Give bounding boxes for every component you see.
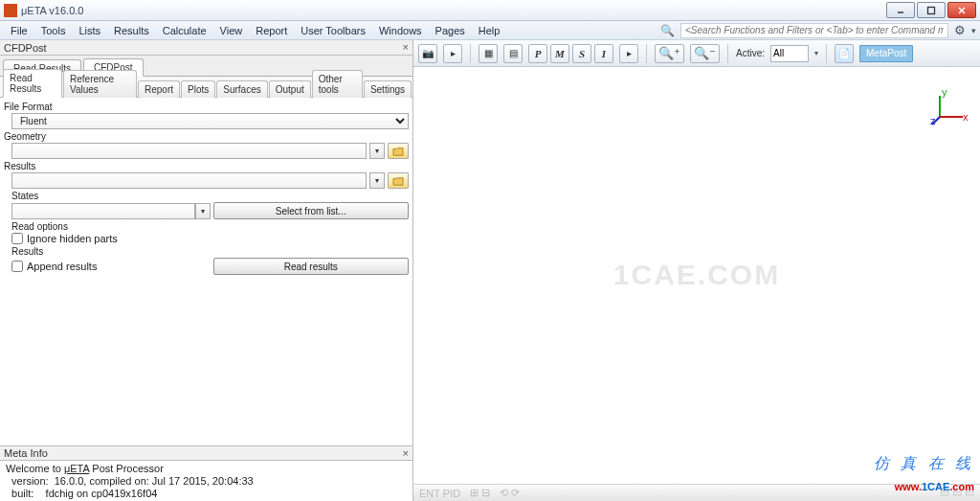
append-results-label: Append results	[27, 261, 97, 272]
menu-user-toolbars[interactable]: User Toolbars	[294, 23, 372, 38]
states-dropdown-icon[interactable]: ▾	[195, 203, 211, 219]
ignore-hidden-checkbox[interactable]	[11, 233, 23, 244]
sub-tabs: Read ResultsReference ValuesReportPlotsS…	[0, 77, 412, 98]
window-title: μETA v16.0.0	[21, 5, 83, 16]
geometry-browse-button[interactable]	[388, 143, 409, 159]
report-tool-button[interactable]: 📄	[835, 44, 854, 63]
minimize-button[interactable]	[886, 2, 915, 18]
menu-windows[interactable]: Windows	[372, 23, 429, 38]
viewport-toolbar: 📷 ▸ ▦ ▤ PMSI ▸ 🔍⁺ 🔍⁻ Active: ▾ 📄 MetaPos…	[413, 40, 980, 67]
camera-button[interactable]: 📷	[418, 44, 437, 63]
3d-viewport[interactable]: 1CAE.COM y x z ENT PID⊞ ⊟⟲ ⟳▭ ▭ ▭ 仿 真 在 …	[413, 67, 980, 501]
camera-play-button[interactable]: ▸	[443, 44, 462, 63]
zoom-in-button[interactable]: 🔍⁺	[655, 44, 684, 63]
tab-reference-values[interactable]: Reference Values	[63, 70, 137, 98]
menu-report[interactable]: Report	[249, 23, 294, 38]
label-geometry: Geometry	[4, 131, 409, 142]
search-icon: 🔍	[660, 24, 675, 37]
overlay-url: www.1CAE.com	[895, 478, 974, 493]
layout-grid-button[interactable]: ▦	[479, 44, 498, 63]
menu-view[interactable]: View	[213, 23, 250, 38]
menu-calculate[interactable]: Calculate	[156, 23, 213, 38]
label-states: States	[11, 191, 409, 201]
meta-info-body: Welcome to μETA Post Processor version: …	[0, 461, 412, 501]
toolbar-s-button[interactable]: S	[572, 44, 591, 63]
tab-surfaces[interactable]: Surfaces	[216, 80, 267, 98]
tab-plots[interactable]: Plots	[181, 80, 215, 98]
menu-help[interactable]: Help	[472, 23, 507, 38]
tab-other-tools[interactable]: Other tools	[312, 70, 363, 98]
panel-title: CFDPost	[4, 42, 47, 54]
toolbar-i-button[interactable]: I	[594, 44, 613, 63]
label-file-format: File Format	[4, 102, 409, 112]
panel-header: CFDPost ×	[0, 40, 412, 56]
active-label: Active:	[736, 48, 765, 58]
svg-text:z: z	[930, 115, 936, 126]
active-dropdown-icon[interactable]: ▾	[814, 49, 818, 57]
tab-output[interactable]: Output	[269, 80, 311, 98]
select-from-list-button[interactable]: Select from list...	[213, 202, 410, 219]
meta-info-title: Meta Info	[4, 447, 48, 459]
file-format-dropdown[interactable]: Fluent	[11, 113, 409, 129]
geometry-dropdown-icon[interactable]: ▾	[369, 143, 385, 159]
toolbar-m-button[interactable]: M	[550, 44, 569, 63]
axis-triad-icon: y x z	[930, 88, 969, 126]
menu-lists[interactable]: Lists	[72, 23, 107, 38]
tab-read-results[interactable]: Read Results	[3, 69, 62, 98]
maximize-button[interactable]	[917, 2, 946, 18]
results-browse-button[interactable]	[388, 172, 409, 189]
metapost-badge[interactable]: MetaPost	[859, 45, 913, 62]
settings-icon[interactable]: ⚙	[954, 23, 966, 37]
letters-play-button[interactable]: ▸	[619, 44, 638, 63]
svg-rect-1	[928, 7, 935, 13]
zoom-out-button[interactable]: 🔍⁻	[690, 44, 720, 63]
overlay-cn-text: 仿 真 在 线	[874, 454, 974, 474]
menu-pages[interactable]: Pages	[429, 23, 472, 38]
search-input[interactable]	[680, 23, 948, 38]
results-field[interactable]	[11, 172, 367, 189]
watermark-text: 1CAE.COM	[613, 259, 780, 291]
read-results-button[interactable]: Read results	[213, 258, 410, 275]
ignore-hidden-label: Ignore hidden parts	[27, 233, 118, 244]
results-dropdown-icon[interactable]: ▾	[369, 172, 385, 189]
settings-dropdown-icon[interactable]: ▾	[971, 26, 976, 35]
states-field[interactable]	[11, 203, 195, 219]
panel-close-icon[interactable]: ×	[403, 41, 409, 53]
toolbar-p-button[interactable]: P	[528, 44, 547, 63]
meta-info-header: Meta Info ×	[0, 445, 412, 461]
label-results-2: Results	[11, 246, 409, 257]
append-results-checkbox[interactable]	[11, 261, 23, 272]
menu-file[interactable]: File	[4, 23, 34, 38]
meta-close-icon[interactable]: ×	[403, 447, 409, 459]
label-read-options: Read options	[11, 221, 409, 232]
close-button[interactable]	[947, 2, 976, 18]
svg-text:x: x	[963, 111, 969, 123]
svg-text:y: y	[942, 88, 947, 98]
layout-list-button[interactable]: ▤	[503, 44, 523, 63]
menu-tools[interactable]: Tools	[34, 23, 73, 38]
app-icon	[4, 4, 17, 17]
menu-results[interactable]: Results	[107, 23, 156, 38]
tab-settings[interactable]: Settings	[364, 80, 412, 98]
tab-report[interactable]: Report	[138, 80, 180, 98]
geometry-field[interactable]	[11, 143, 367, 159]
label-results: Results	[4, 161, 409, 171]
active-dropdown[interactable]	[770, 45, 809, 62]
